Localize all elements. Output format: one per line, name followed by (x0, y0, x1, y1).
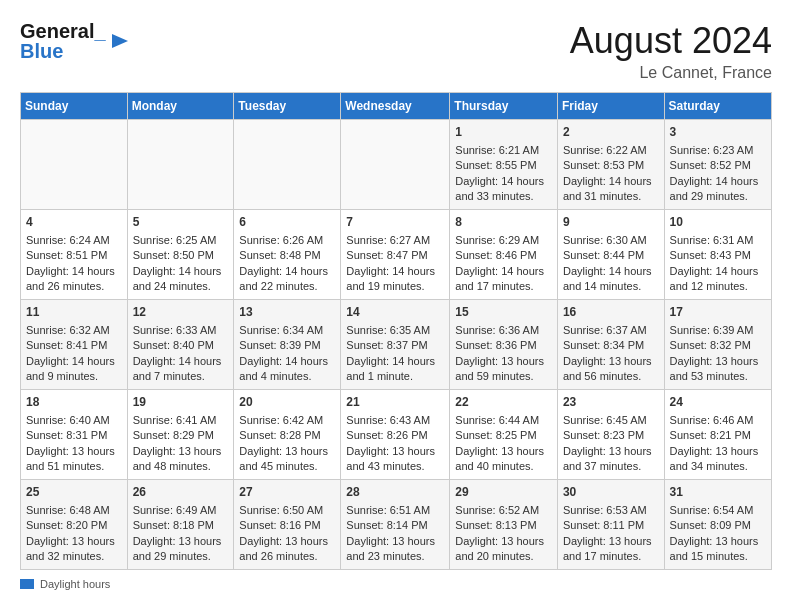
calendar-cell: 9Sunrise: 6:30 AMSunset: 8:44 PMDaylight… (557, 210, 664, 300)
calendar-cell (21, 120, 128, 210)
day-info: Sunset: 8:47 PM (346, 248, 444, 263)
calendar-cell: 25Sunrise: 6:48 AMSunset: 8:20 PMDayligh… (21, 480, 128, 570)
week-row-2: 4Sunrise: 6:24 AMSunset: 8:51 PMDaylight… (21, 210, 772, 300)
day-info: Daylight: 14 hours and 22 minutes. (239, 264, 335, 295)
calendar-cell: 22Sunrise: 6:44 AMSunset: 8:25 PMDayligh… (450, 390, 558, 480)
day-info: Sunrise: 6:40 AM (26, 413, 122, 428)
day-info: Sunset: 8:50 PM (133, 248, 229, 263)
day-info: Sunrise: 6:43 AM (346, 413, 444, 428)
week-row-3: 11Sunrise: 6:32 AMSunset: 8:41 PMDayligh… (21, 300, 772, 390)
day-info: Daylight: 13 hours and 43 minutes. (346, 444, 444, 475)
day-info: Daylight: 13 hours and 51 minutes. (26, 444, 122, 475)
day-number: 27 (239, 484, 335, 501)
day-info: Sunrise: 6:36 AM (455, 323, 552, 338)
calendar-cell: 11Sunrise: 6:32 AMSunset: 8:41 PMDayligh… (21, 300, 128, 390)
day-info: Sunrise: 6:41 AM (133, 413, 229, 428)
page-header: General_ Blue August 2024 Le Cannet, Fra… (20, 20, 772, 82)
day-info: Sunset: 8:11 PM (563, 518, 659, 533)
day-info: Sunset: 8:28 PM (239, 428, 335, 443)
calendar-cell: 5Sunrise: 6:25 AMSunset: 8:50 PMDaylight… (127, 210, 234, 300)
day-info: Sunset: 8:13 PM (455, 518, 552, 533)
day-number: 13 (239, 304, 335, 321)
col-header-thursday: Thursday (450, 93, 558, 120)
legend-label: Daylight hours (40, 578, 110, 590)
calendar-cell: 16Sunrise: 6:37 AMSunset: 8:34 PMDayligh… (557, 300, 664, 390)
day-info: Daylight: 14 hours and 1 minute. (346, 354, 444, 385)
day-info: Sunset: 8:39 PM (239, 338, 335, 353)
day-number: 7 (346, 214, 444, 231)
day-info: Sunset: 8:48 PM (239, 248, 335, 263)
day-info: Sunrise: 6:34 AM (239, 323, 335, 338)
month-year-title: August 2024 (570, 20, 772, 62)
day-info: Sunrise: 6:21 AM (455, 143, 552, 158)
day-number: 8 (455, 214, 552, 231)
day-info: Sunrise: 6:53 AM (563, 503, 659, 518)
day-info: Daylight: 13 hours and 40 minutes. (455, 444, 552, 475)
day-number: 12 (133, 304, 229, 321)
day-info: Sunset: 8:52 PM (670, 158, 766, 173)
calendar-cell: 18Sunrise: 6:40 AMSunset: 8:31 PMDayligh… (21, 390, 128, 480)
day-info: Daylight: 14 hours and 14 minutes. (563, 264, 659, 295)
day-info: Daylight: 14 hours and 29 minutes. (670, 174, 766, 205)
day-number: 17 (670, 304, 766, 321)
day-number: 29 (455, 484, 552, 501)
day-info: Sunrise: 6:30 AM (563, 233, 659, 248)
logo-icon (108, 30, 130, 52)
day-number: 24 (670, 394, 766, 411)
day-info: Sunset: 8:26 PM (346, 428, 444, 443)
calendar-cell: 29Sunrise: 6:52 AMSunset: 8:13 PMDayligh… (450, 480, 558, 570)
calendar-cell: 26Sunrise: 6:49 AMSunset: 8:18 PMDayligh… (127, 480, 234, 570)
day-number: 16 (563, 304, 659, 321)
day-info: Daylight: 13 hours and 34 minutes. (670, 444, 766, 475)
day-info: Sunrise: 6:31 AM (670, 233, 766, 248)
day-info: Sunrise: 6:26 AM (239, 233, 335, 248)
day-info: Sunset: 8:23 PM (563, 428, 659, 443)
day-info: Sunrise: 6:22 AM (563, 143, 659, 158)
day-info: Daylight: 14 hours and 17 minutes. (455, 264, 552, 295)
col-header-tuesday: Tuesday (234, 93, 341, 120)
day-number: 5 (133, 214, 229, 231)
day-info: Sunset: 8:53 PM (563, 158, 659, 173)
week-row-4: 18Sunrise: 6:40 AMSunset: 8:31 PMDayligh… (21, 390, 772, 480)
day-info: Sunrise: 6:35 AM (346, 323, 444, 338)
logo-line2: Blue (20, 40, 106, 62)
day-info: Sunset: 8:32 PM (670, 338, 766, 353)
day-info: Sunrise: 6:33 AM (133, 323, 229, 338)
calendar-cell: 10Sunrise: 6:31 AMSunset: 8:43 PMDayligh… (664, 210, 771, 300)
calendar-cell: 30Sunrise: 6:53 AMSunset: 8:11 PMDayligh… (557, 480, 664, 570)
day-number: 21 (346, 394, 444, 411)
day-info: Sunrise: 6:52 AM (455, 503, 552, 518)
day-info: Sunrise: 6:25 AM (133, 233, 229, 248)
day-info: Sunset: 8:43 PM (670, 248, 766, 263)
day-number: 14 (346, 304, 444, 321)
calendar-cell: 31Sunrise: 6:54 AMSunset: 8:09 PMDayligh… (664, 480, 771, 570)
legend: Daylight hours (20, 578, 772, 590)
day-info: Daylight: 13 hours and 45 minutes. (239, 444, 335, 475)
calendar-cell: 17Sunrise: 6:39 AMSunset: 8:32 PMDayligh… (664, 300, 771, 390)
day-info: Sunrise: 6:37 AM (563, 323, 659, 338)
day-info: Sunrise: 6:49 AM (133, 503, 229, 518)
calendar-cell: 20Sunrise: 6:42 AMSunset: 8:28 PMDayligh… (234, 390, 341, 480)
calendar-cell: 28Sunrise: 6:51 AMSunset: 8:14 PMDayligh… (341, 480, 450, 570)
calendar-body: 1Sunrise: 6:21 AMSunset: 8:55 PMDaylight… (21, 120, 772, 570)
calendar-cell: 3Sunrise: 6:23 AMSunset: 8:52 PMDaylight… (664, 120, 771, 210)
calendar-cell: 27Sunrise: 6:50 AMSunset: 8:16 PMDayligh… (234, 480, 341, 570)
calendar-cell (341, 120, 450, 210)
day-info: Sunset: 8:36 PM (455, 338, 552, 353)
location-subtitle: Le Cannet, France (570, 64, 772, 82)
day-info: Sunrise: 6:39 AM (670, 323, 766, 338)
calendar-cell: 13Sunrise: 6:34 AMSunset: 8:39 PMDayligh… (234, 300, 341, 390)
calendar-cell: 4Sunrise: 6:24 AMSunset: 8:51 PMDaylight… (21, 210, 128, 300)
day-info: Daylight: 13 hours and 32 minutes. (26, 534, 122, 565)
day-number: 6 (239, 214, 335, 231)
day-number: 18 (26, 394, 122, 411)
day-info: Sunset: 8:25 PM (455, 428, 552, 443)
col-header-monday: Monday (127, 93, 234, 120)
day-number: 3 (670, 124, 766, 141)
calendar-cell: 15Sunrise: 6:36 AMSunset: 8:36 PMDayligh… (450, 300, 558, 390)
day-info: Sunrise: 6:46 AM (670, 413, 766, 428)
calendar-cell: 19Sunrise: 6:41 AMSunset: 8:29 PMDayligh… (127, 390, 234, 480)
day-number: 19 (133, 394, 229, 411)
day-info: Daylight: 14 hours and 12 minutes. (670, 264, 766, 295)
day-info: Sunset: 8:51 PM (26, 248, 122, 263)
